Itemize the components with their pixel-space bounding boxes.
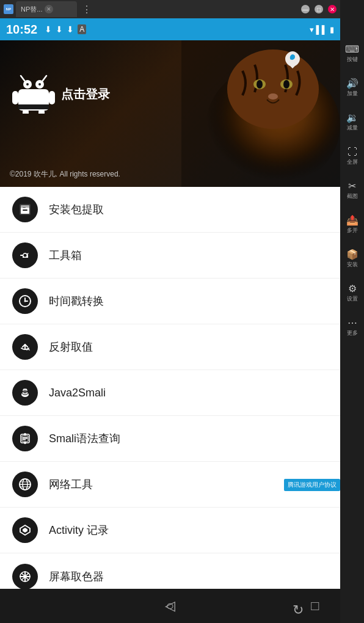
- download-icon2: ⬇: [56, 24, 63, 34]
- toolbox-icon: [12, 242, 38, 268]
- more-icon: ⋯: [348, 318, 357, 328]
- reflect-icon: [12, 334, 38, 360]
- right-panel: ⌨ 按键 🔊 加量 🔉 减量 ⛶ 全屏 ✂ 截图 📤 多开 📦 安装 ⚙ 设置 …: [340, 0, 364, 623]
- color-icon: [12, 564, 38, 589]
- svg-point-14: [38, 83, 41, 86]
- menu-item-toolbox[interactable]: 工具箱: [0, 233, 340, 279]
- bottom-navigation: ◁ ↻ ○ □: [0, 589, 340, 623]
- keyboard-icon: ⌨: [345, 45, 359, 54]
- activity-icon: [12, 517, 38, 543]
- settings-button[interactable]: ⚙ 设置: [340, 276, 364, 310]
- maximize-button[interactable]: □: [315, 5, 323, 13]
- screenshot-label: 截图: [347, 192, 358, 200]
- settings-label: 设置: [347, 295, 358, 303]
- svg-point-36: [23, 391, 27, 393]
- more-button[interactable]: ⋯ 更多: [340, 310, 364, 344]
- window-controls: — □ ✕: [301, 5, 337, 13]
- apk-label: 安装包提取: [49, 202, 104, 217]
- reflect-label: 反射取值: [49, 340, 93, 354]
- header-banner: 点击登录 ©2019 吹牛儿. All rights reserved.: [0, 40, 340, 187]
- java2smali-icon: [12, 380, 38, 406]
- bird-logo: [282, 49, 304, 73]
- menu-item-apk[interactable]: 安装包提取: [0, 187, 340, 233]
- multiopen-label: 多开: [347, 227, 358, 235]
- tiger-image: [181, 40, 340, 187]
- browser-favicon: NP: [4, 4, 13, 14]
- install-icon: 📦: [346, 250, 359, 260]
- fullscreen-icon: ⛶: [348, 147, 357, 157]
- browser-menu-button[interactable]: ⋮: [82, 4, 92, 15]
- screenshot-button[interactable]: ✂ 截图: [340, 173, 364, 208]
- update-icon: A: [78, 24, 86, 34]
- fullscreen-button[interactable]: ⛶ 全屏: [340, 139, 364, 173]
- volume-up-button[interactable]: 🔊 加量: [340, 71, 364, 105]
- svg-point-42: [24, 442, 26, 444]
- tencent-tooltip: 腾讯游戏用户协议: [284, 479, 340, 491]
- smali-icon: [12, 426, 38, 451]
- minimize-button[interactable]: —: [301, 5, 310, 13]
- smali-label: Smali语法查询: [49, 431, 120, 446]
- copyright-text: ©2019 吹牛儿. All rights reserved.: [10, 169, 120, 180]
- svg-rect-16: [49, 91, 55, 104]
- svg-point-31: [24, 301, 26, 302]
- fullscreen-label: 全屏: [347, 158, 358, 166]
- wifi-icon: ▾: [310, 25, 314, 34]
- multiopen-button[interactable]: 📤 多开: [340, 208, 364, 242]
- signal-icon: ▌▌: [316, 25, 327, 34]
- network-label: 网络工具: [49, 477, 93, 492]
- menu-item-activity[interactable]: Activity 记录: [0, 508, 340, 553]
- svg-point-43: [24, 433, 26, 435]
- color-label: 屏幕取色器: [49, 569, 104, 584]
- svg-rect-15: [12, 91, 18, 104]
- app-content: 点击登录 ©2019 吹牛儿. All rights reserved.: [0, 40, 340, 623]
- apk-icon: [12, 197, 38, 222]
- browser-bar: NP NP替... ✕ ⋮ — □ ✕: [0, 0, 340, 18]
- svg-rect-19: [18, 104, 49, 109]
- status-right-icons: ▾ ▌▌ ▮: [310, 25, 334, 34]
- keyboard-button[interactable]: ⌨ 按键: [340, 37, 364, 71]
- menu-item-smali[interactable]: Smali语法查询: [0, 416, 340, 462]
- recents-button[interactable]: □: [300, 591, 330, 621]
- tab-label: NP替...: [21, 5, 42, 14]
- volume-up-icon: 🔊: [346, 79, 359, 89]
- svg-rect-7: [181, 40, 340, 187]
- download-icon3: ⬇: [67, 24, 74, 34]
- menu-item-time[interactable]: 时间戳转换: [0, 279, 340, 324]
- time-icon: [12, 288, 38, 314]
- battery-icon: ▮: [330, 25, 334, 34]
- time-label: 时间戳转换: [49, 294, 104, 308]
- menu-list: 安装包提取 工具箱 时间戳转: [0, 187, 340, 599]
- favicon-text: NP: [6, 7, 11, 11]
- svg-point-13: [26, 83, 29, 86]
- home-button[interactable]: ○: [155, 591, 186, 621]
- activity-label: Activity 记录: [49, 523, 109, 537]
- status-icons: ⬇ ⬇ ⬇ A: [45, 24, 86, 34]
- multiopen-icon: 📤: [346, 216, 359, 225]
- login-text[interactable]: 点击登录: [61, 86, 110, 103]
- install-button[interactable]: 📦 安装: [340, 242, 364, 276]
- svg-point-54: [24, 575, 27, 578]
- svg-rect-24: [23, 207, 26, 208]
- browser-tab[interactable]: NP替... ✕: [16, 1, 77, 17]
- volume-down-label: 减量: [347, 124, 358, 132]
- svg-point-26: [24, 254, 27, 257]
- status-bar: 10:52 ⬇ ⬇ ⬇ A ▾ ▌▌ ▮: [0, 18, 340, 40]
- keyboard-label: 按键: [347, 56, 358, 64]
- svg-line-12: [43, 76, 46, 81]
- svg-rect-23: [23, 209, 27, 211]
- svg-line-11: [21, 76, 24, 81]
- screenshot-icon: ✂: [348, 181, 356, 191]
- volume-down-button[interactable]: 🔉 减量: [340, 105, 364, 139]
- android-logo: [12, 71, 55, 114]
- download-icon1: ⬇: [45, 24, 52, 34]
- settings-icon: ⚙: [348, 284, 357, 294]
- menu-item-java2smali[interactable]: Java2Smali: [0, 370, 340, 416]
- close-button[interactable]: ✕: [328, 5, 337, 13]
- menu-item-reflect[interactable]: 反射取值: [0, 324, 340, 370]
- install-label: 安装: [347, 261, 358, 269]
- time-display: 10:52: [6, 23, 37, 37]
- java2smali-label: Java2Smali: [49, 387, 106, 399]
- toolbox-label: 工具箱: [49, 248, 82, 263]
- tab-close-button[interactable]: ✕: [45, 5, 53, 13]
- volume-down-icon: 🔉: [346, 113, 359, 123]
